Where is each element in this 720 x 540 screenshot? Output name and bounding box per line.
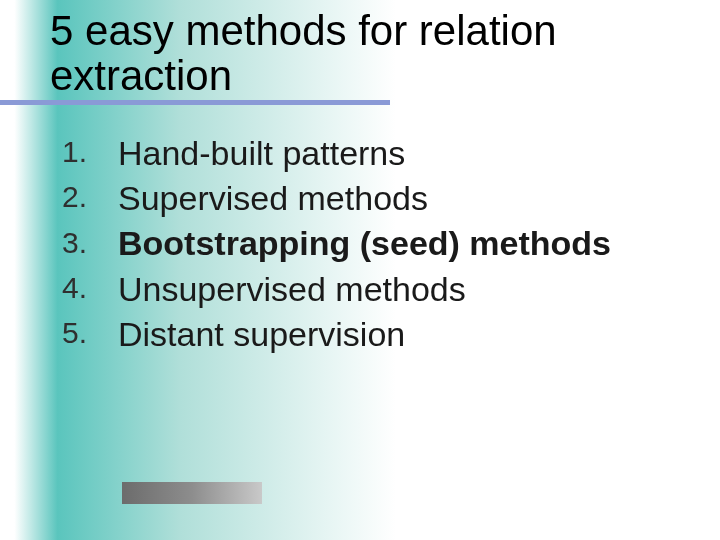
list-item: 2. Supervised methods — [62, 178, 642, 219]
list-item: 4. Unsupervised methods — [62, 269, 642, 310]
item-number: 2. — [62, 178, 118, 214]
item-number: 5. — [62, 314, 118, 350]
item-text: Supervised methods — [118, 178, 428, 219]
item-number: 4. — [62, 269, 118, 305]
list-item: 3. Bootstrapping (seed) methods — [62, 222, 642, 265]
item-text: Bootstrapping (seed) methods — [118, 222, 611, 265]
decorative-bar — [122, 482, 262, 504]
methods-list: 1. Hand-built patterns 2. Supervised met… — [62, 133, 642, 355]
item-text: Distant supervision — [118, 314, 405, 355]
list-item: 5. Distant supervision — [62, 314, 642, 355]
item-number: 1. — [62, 133, 118, 169]
list-item: 1. Hand-built patterns — [62, 133, 642, 174]
item-number: 3. — [62, 222, 118, 260]
item-text: Unsupervised methods — [118, 269, 466, 310]
title-block: 5 easy methods for relation extraction — [0, 0, 720, 99]
item-text: Hand-built patterns — [118, 133, 405, 174]
title-underline — [0, 100, 390, 105]
slide-title: 5 easy methods for relation extraction — [50, 8, 720, 99]
